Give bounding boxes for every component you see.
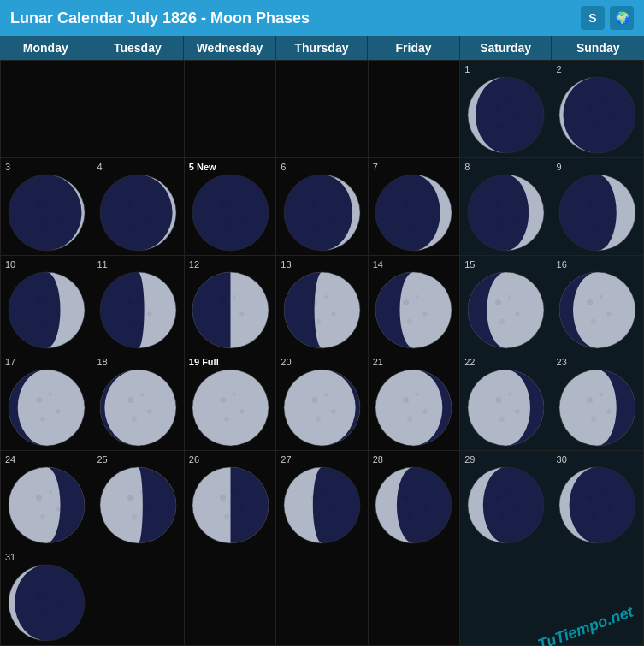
cell-day-8: 8	[460, 158, 552, 256]
svg-point-73	[147, 311, 151, 316]
svg-point-144	[407, 417, 412, 422]
svg-point-173	[140, 490, 144, 494]
day-number: 25	[94, 453, 107, 465]
day-number: 8	[462, 160, 470, 172]
svg-point-11	[591, 124, 596, 129]
svg-point-157	[606, 409, 611, 413]
day-number: 28	[370, 453, 383, 465]
cell-day-7: 7	[369, 158, 460, 256]
svg-point-163	[36, 495, 42, 501]
day-header-wednesday: Wednesday	[184, 36, 276, 60]
svg-point-205	[587, 495, 593, 501]
svg-point-199	[515, 507, 519, 511]
day-header-thursday: Thursday	[276, 36, 369, 60]
svg-point-159	[600, 393, 603, 396]
day-number: 5 New	[186, 160, 216, 172]
svg-point-186	[316, 514, 321, 519]
svg-point-29	[192, 175, 269, 251]
svg-point-172	[132, 514, 137, 519]
svg-point-192	[423, 507, 428, 511]
moon-phase-waning_gibbous4	[554, 367, 641, 448]
svg-point-121	[127, 397, 133, 403]
svg-point-115	[56, 409, 60, 413]
svg-point-65	[36, 299, 42, 305]
moon-phase-waxing_quarter_before	[3, 270, 90, 351]
svg-point-117	[48, 393, 51, 396]
cell-day-26: 26	[185, 451, 276, 548]
cell-day-14: 14	[369, 256, 460, 353]
svg-point-87	[331, 311, 335, 316]
moon-phase-waning_gibbous3	[462, 367, 549, 448]
svg-point-194	[416, 490, 419, 494]
svg-point-88	[316, 319, 321, 324]
svg-point-145	[416, 393, 419, 396]
cell-day-19-Full: 19 Full	[185, 353, 276, 451]
svg-point-180	[232, 490, 235, 494]
cell-day-15: 15	[460, 256, 552, 353]
day-number: 2	[554, 62, 562, 74]
svg-point-94	[423, 311, 428, 316]
day-header-monday: Monday	[0, 36, 92, 60]
cell-empty-1	[92, 61, 184, 158]
svg-point-38	[331, 214, 335, 218]
cell-day-10: 10	[1, 256, 92, 353]
moon-phase-full_moon	[186, 367, 274, 448]
svg-point-214	[40, 612, 45, 617]
svg-point-12	[600, 100, 603, 104]
day-number: 13	[278, 258, 291, 270]
svg-point-171	[147, 507, 151, 511]
svg-point-103	[508, 295, 511, 299]
moon-phase-waxing_gibbous6	[94, 367, 181, 448]
moon-phase-waxing_gibbous3	[462, 270, 549, 351]
cell-day-25: 25	[92, 451, 184, 548]
moon-phase-waning_crescent4	[554, 465, 641, 546]
svg-point-96	[416, 295, 419, 299]
svg-point-136	[331, 409, 335, 413]
svg-point-170	[127, 495, 133, 501]
moon-phase-waxing_gibbous1	[278, 270, 365, 351]
day-number: 24	[3, 453, 15, 465]
day-number: 3	[3, 160, 10, 172]
moon-phase-first_quarter	[186, 270, 274, 351]
svg-point-187	[324, 490, 328, 494]
globe-icon[interactable]: 🌍	[610, 6, 634, 30]
calendar-header: Lunar Calendar July 1826 - Moon Phases S…	[0, 0, 644, 36]
svg-point-200	[499, 514, 505, 519]
svg-point-129	[239, 409, 244, 413]
svg-point-110	[600, 295, 603, 299]
s-icon[interactable]: S	[581, 6, 605, 30]
svg-point-25	[132, 222, 137, 227]
day-number: 10	[3, 258, 15, 270]
day-number: 27	[278, 453, 291, 465]
svg-point-178	[239, 507, 244, 511]
svg-point-100	[495, 299, 501, 305]
svg-point-53	[499, 222, 505, 227]
cell-day-13: 13	[276, 256, 368, 353]
day-number: 6	[278, 160, 286, 172]
moon-phase-waxing_crescent3	[462, 172, 549, 253]
day-header-sunday: Sunday	[552, 36, 644, 60]
svg-point-40	[324, 198, 328, 201]
svg-point-44	[403, 202, 409, 208]
svg-point-143	[423, 409, 428, 413]
svg-point-193	[407, 514, 412, 519]
day-number: 26	[186, 453, 199, 465]
svg-point-82	[232, 295, 235, 299]
svg-point-130	[223, 417, 228, 422]
cell-day-4: 4	[92, 158, 184, 256]
svg-point-215	[48, 588, 51, 591]
svg-point-206	[606, 507, 611, 511]
header-icons: S 🌍	[581, 6, 634, 30]
cell-day-17: 17	[1, 353, 92, 451]
cell-day-21: 21	[369, 353, 460, 451]
svg-point-10	[606, 116, 611, 121]
svg-point-101	[515, 311, 519, 316]
cell-day-27: 27	[276, 451, 368, 548]
cell-day-22: 22	[460, 353, 552, 451]
svg-point-166	[48, 490, 51, 494]
days-of-week-header: MondayTuesdayWednesdayThursdayFridaySatu…	[0, 36, 644, 60]
svg-point-156	[587, 397, 593, 403]
svg-point-30	[220, 202, 226, 208]
cell-day-31: 31	[1, 548, 92, 646]
svg-point-122	[147, 409, 151, 413]
